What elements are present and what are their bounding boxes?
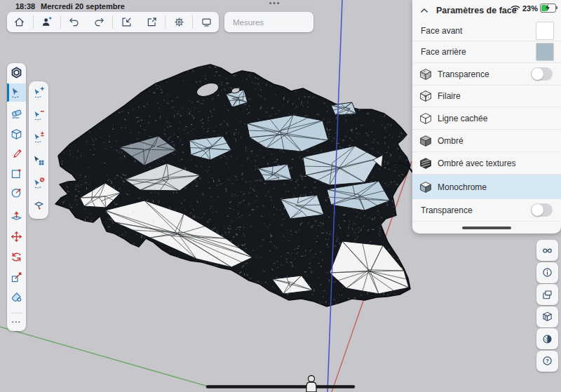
hidden-line-box-icon: [419, 111, 433, 126]
front-face-color-swatch[interactable]: [536, 22, 554, 40]
scenes-icon: [541, 289, 553, 301]
row-transparency-front[interactable]: Transparence: [412, 63, 561, 86]
select-none-icon: [32, 177, 46, 190]
box-icon: [10, 128, 23, 141]
toolbar-divider: [11, 313, 22, 313]
sketchup-logo-icon: [10, 66, 23, 79]
ar-glasses-icon: [541, 245, 553, 257]
measurements-input[interactable]: [231, 18, 309, 27]
back-face-color-swatch[interactable]: [536, 43, 554, 61]
tool-select-none[interactable]: [29, 173, 48, 193]
face-settings-rows: Face avantFace arrièreTransparenceFilair…: [412, 21, 561, 222]
display-button[interactable]: [194, 12, 218, 32]
rectangle-shape-icon: [10, 167, 23, 180]
tool-push-pull[interactable]: [7, 207, 26, 225]
panel-resize-handle[interactable]: [462, 227, 511, 229]
styles-button[interactable]: [536, 328, 558, 349]
info-icon: [541, 266, 553, 278]
row-label: Monochrome: [438, 182, 487, 192]
tool-rotate[interactable]: [7, 248, 26, 266]
tool-move[interactable]: [7, 227, 26, 245]
wireframe-box-icon: [419, 89, 433, 103]
shaded-box-icon: [419, 134, 433, 148]
circle-shape-icon: [10, 186, 23, 199]
tool-arc-circle[interactable]: [7, 183, 26, 201]
scenes-button[interactable]: [536, 284, 558, 305]
undo-icon: [68, 16, 80, 28]
measurements-box: [224, 12, 313, 32]
person-add-icon: [41, 16, 53, 28]
redo-button[interactable]: [88, 12, 111, 32]
tool-eraser[interactable]: [7, 104, 26, 122]
toolbar-separator: [192, 15, 193, 29]
select-add-icon: [32, 86, 46, 100]
tool-select[interactable]: [7, 83, 26, 102]
row-style-monochrome[interactable]: Monochrome: [412, 175, 561, 199]
gear-icon: [173, 16, 185, 28]
tool-scale[interactable]: [7, 268, 26, 286]
scale-icon: [10, 271, 23, 284]
tool-select-toggle[interactable]: [29, 128, 48, 147]
battery-percent: 23%: [522, 4, 538, 13]
row-label: Face arrière: [421, 47, 466, 57]
undo-button[interactable]: [62, 12, 86, 32]
scale-figure: [306, 376, 316, 392]
import-icon: [121, 16, 133, 28]
pencil-icon: [10, 148, 23, 161]
row-transparency-global[interactable]: Transparence: [412, 199, 561, 222]
rotate-icon: [10, 250, 23, 264]
row-label: Face avant: [421, 26, 462, 36]
multitask-handle-icon[interactable]: •••: [265, 0, 285, 7]
row-label: Ligne cachée: [438, 114, 487, 123]
tool-select-subtract[interactable]: [29, 105, 48, 125]
row-back-face[interactable]: Face arrière: [412, 41, 561, 63]
tool-select-lasso[interactable]: [29, 196, 48, 215]
lasso-icon: [32, 199, 46, 212]
import-button[interactable]: [114, 12, 138, 32]
status-time: 18:38: [15, 2, 35, 11]
toggle-knob: [532, 204, 543, 216]
tool-pencil[interactable]: [7, 145, 26, 163]
toggle-knob: [532, 68, 543, 80]
tool-paint[interactable]: [7, 288, 26, 306]
chevron-up-icon[interactable]: [419, 6, 429, 15]
transparency-global-toggle[interactable]: [531, 203, 553, 217]
tool-solid-box[interactable]: [7, 125, 26, 143]
row-style-shaded-textures[interactable]: Ombré avec textures: [412, 152, 561, 175]
model-info-button[interactable]: [536, 262, 558, 283]
home-button[interactable]: [8, 12, 32, 32]
components-button[interactable]: [536, 306, 558, 327]
tool-select-add[interactable]: [29, 83, 48, 102]
row-style-hidden-line[interactable]: Ligne cachée: [412, 107, 561, 130]
row-label: Ombré avec textures: [438, 158, 515, 168]
styles-icon: [541, 333, 553, 345]
tool-select-window[interactable]: [29, 151, 48, 170]
help-icon: ?: [541, 355, 553, 367]
transparency-box-icon: [419, 67, 433, 81]
settings-button[interactable]: [167, 12, 191, 32]
move-icon: [10, 230, 23, 243]
select-window-icon: [32, 154, 46, 168]
transparency-front-toggle[interactable]: [531, 67, 553, 81]
ar-view-button[interactable]: [536, 240, 558, 261]
tool-shape-rectangle[interactable]: [7, 164, 26, 182]
tool-sketchup-logo[interactable]: [7, 63, 26, 81]
row-style-shaded[interactable]: Ombré: [412, 130, 561, 152]
panel-header: Paramètres de face 23%: [412, 0, 561, 21]
row-style-wireframe[interactable]: Filaire: [412, 86, 561, 107]
push-pull-icon: [10, 210, 23, 223]
home-icon: [13, 16, 25, 28]
export-button[interactable]: [140, 12, 163, 32]
more-tools-button[interactable]: ···: [7, 318, 26, 326]
toolbar-separator: [60, 15, 61, 29]
toolbar-separator: [112, 15, 113, 29]
svg-text:?: ?: [546, 358, 549, 364]
panel-title: Paramètres de face: [436, 6, 517, 15]
left-toolbar: ···: [7, 63, 26, 331]
monochrome-box-icon: [419, 180, 433, 194]
account-button[interactable]: [35, 12, 59, 32]
toolbar-separator: [165, 15, 165, 29]
row-front-face[interactable]: Face avant: [412, 21, 561, 41]
help-button[interactable]: ?: [536, 351, 558, 372]
select-flyout: [29, 81, 48, 219]
